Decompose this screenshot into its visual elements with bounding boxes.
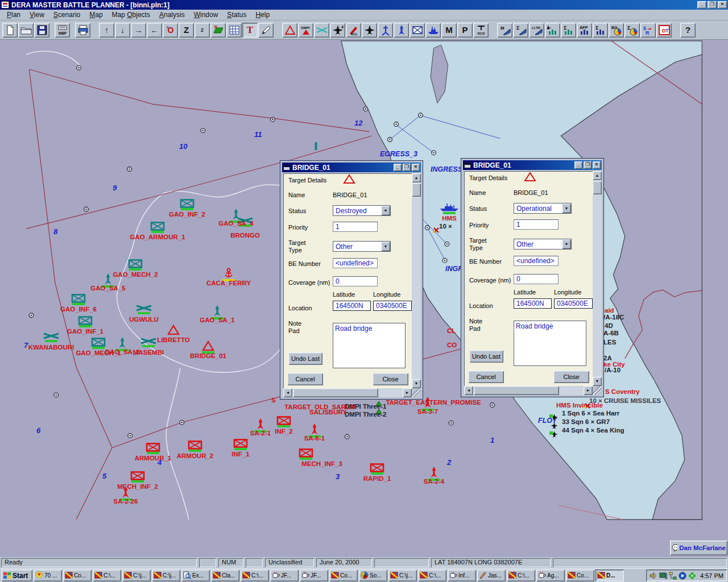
scroll-up-icon[interactable]: ▲ [593, 171, 602, 180]
horizontal-scrollbar[interactable]: ◄ ► [464, 386, 593, 395]
dialog-minimize-button[interactable]: _ [394, 164, 402, 171]
map-unit-gao-inf-2[interactable] [177, 199, 197, 210]
m-tool-button[interactable]: M [441, 23, 457, 38]
sum-pie-button[interactable]: Σ [624, 23, 640, 38]
menu-scenario[interactable]: Scenario [49, 10, 85, 19]
scroll-thumb[interactable] [593, 181, 602, 194]
start-button[interactable]: Start [1, 569, 32, 581]
map-unit-bridge-01[interactable] [198, 340, 218, 354]
lltr-flag-button[interactable]: LLTR [529, 23, 544, 38]
target-type-select[interactable]: Other▼ [333, 241, 391, 252]
latitude-field[interactable]: 164500N [514, 298, 552, 309]
map-unit-gao-mech-1[interactable] [88, 338, 109, 349]
dialog-close-icon[interactable]: × [593, 161, 601, 169]
longitude-field[interactable]: 0340500E [373, 301, 412, 311]
sum-stats-2-button[interactable]: Σ [593, 23, 608, 38]
map-unit-inf-2[interactable] [274, 416, 294, 427]
taskbar-task-co[interactable]: Co... [63, 569, 92, 581]
p-tool-button[interactable]: P [457, 23, 473, 38]
dialog-maximize-button[interactable]: ❐ [403, 164, 411, 171]
map-unit-mech-inf-2[interactable] [127, 471, 148, 483]
save-plan-button[interactable] [34, 23, 49, 38]
maximize-button[interactable]: ❐ [708, 1, 717, 9]
taskbar-task-c[interactable]: C:\... [507, 569, 535, 581]
map-unit-mech-inf-3[interactable] [296, 448, 316, 460]
vertical-scrollbar[interactable]: ▲ ▼ [412, 173, 421, 388]
flower-tray-icon[interactable] [688, 572, 696, 580]
zoom-window-button[interactable]: z [195, 23, 210, 38]
network-tray-icon[interactable] [669, 572, 677, 580]
redraw-map-button[interactable]: R [210, 23, 226, 38]
menu-plan[interactable]: Plan [2, 10, 25, 19]
dt-tool-button[interactable]: DT [656, 23, 672, 38]
map-unit-ugwulu[interactable] [134, 304, 154, 314]
be-number-field[interactable]: <undefined> [333, 258, 378, 268]
new-plan-button[interactable] [2, 23, 18, 38]
mission-flag-button[interactable]: M [497, 23, 512, 38]
map-unit-gao-inf-6[interactable] [68, 294, 89, 305]
dialog-title-bar[interactable]: BRIDGE_01 _ ❐ × [282, 163, 421, 172]
taskbar-task-70[interactable]: 70 ... [34, 569, 62, 581]
taskbar-task-co[interactable]: Co... [329, 569, 358, 581]
draw-tool-button[interactable] [258, 23, 274, 38]
cancel-button[interactable]: Cancel [468, 371, 504, 383]
close-button[interactable]: Close [553, 371, 589, 383]
dialog-close-icon[interactable]: × [412, 164, 420, 171]
menu-view[interactable]: View [25, 10, 49, 19]
pan-left-button[interactable]: ← [147, 23, 162, 38]
airfield-tool-button[interactable] [314, 23, 329, 38]
priority-field[interactable]: 1 [333, 222, 378, 232]
taskbar-task-jas[interactable]: Jas... [477, 569, 506, 581]
scroll-thumb[interactable] [474, 386, 559, 395]
scroll-left-icon[interactable]: ◄ [464, 386, 473, 395]
pan-right-button[interactable]: → [131, 23, 146, 38]
zoom-in-button[interactable]: Z [179, 23, 194, 38]
ship-tool-button[interactable] [425, 23, 441, 38]
status-select[interactable]: Destroyed▼ [333, 205, 391, 216]
note-pad-field[interactable]: Road bridge [514, 321, 586, 366]
target-tool-button[interactable] [282, 23, 297, 38]
dialog-maximize-button[interactable]: ❐ [584, 161, 592, 169]
taskbar-task-so[interactable]: 32So... [359, 569, 387, 581]
map-unit-gao-inf-1[interactable] [75, 316, 96, 327]
missile-tool-button[interactable] [394, 23, 409, 38]
taskbar-task-c[interactable]: C:\... [93, 569, 121, 581]
menu-help[interactable]: Help [251, 10, 274, 19]
taskbar-task-ag[interactable]: Ag... [536, 569, 565, 581]
pan-up-button[interactable]: ↑ [99, 23, 114, 38]
taskbar-task-c[interactable]: C:\... [418, 569, 446, 581]
note-pad-field[interactable]: Road bridge [333, 323, 406, 368]
map-unit-armour-2[interactable] [185, 440, 205, 452]
chevron-down-icon[interactable]: ▼ [381, 242, 390, 251]
menu-analysis[interactable]: Analysis [155, 10, 189, 19]
dialog-title-bar[interactable]: BRIDGE_01 _ ❐ × [463, 160, 602, 170]
map-unit-gao-mech-2[interactable] [125, 259, 146, 271]
taskbar-task-jf[interactable]: JF... [270, 569, 299, 581]
close-button[interactable]: Close [373, 373, 408, 385]
speaker-tray-icon[interactable] [650, 572, 657, 580]
scroll-down-icon[interactable]: ▼ [412, 379, 421, 388]
map-unit-armour-1[interactable] [143, 443, 163, 454]
vertical-scrollbar[interactable]: ▲ ▼ [593, 171, 602, 386]
scroll-right-icon[interactable]: ► [584, 386, 593, 395]
resize-grip[interactable] [593, 386, 602, 395]
mail-tool-button[interactable] [410, 23, 425, 38]
latitude-field[interactable]: 164500N [333, 301, 371, 311]
mbp-print-button[interactable]: MBP [55, 23, 70, 38]
print-button[interactable] [75, 23, 90, 38]
map-unit-inf-1[interactable] [230, 439, 251, 450]
rcd-tool-button[interactable]: RCD [473, 23, 489, 38]
scroll-up-icon[interactable]: ▲ [412, 173, 421, 182]
taskbar-task-cla[interactable]: Cla... [211, 569, 239, 581]
taskbar-task-cj[interactable]: C:\j... [122, 569, 151, 581]
open-plan-button[interactable] [18, 23, 34, 38]
map-unit-gao-armour-1[interactable] [147, 222, 168, 233]
help-button[interactable]: ? [680, 23, 696, 38]
minimize-button[interactable]: _ [697, 1, 706, 9]
scroll-down-icon[interactable]: ▼ [593, 377, 602, 386]
aircraft-tool-button[interactable] [362, 23, 377, 38]
5r-tool-button[interactable]: 5⇒R [640, 23, 656, 38]
display-tray-icon[interactable] [659, 572, 667, 580]
scroll-thumb[interactable] [412, 183, 421, 197]
scroll-thumb[interactable] [293, 388, 378, 397]
